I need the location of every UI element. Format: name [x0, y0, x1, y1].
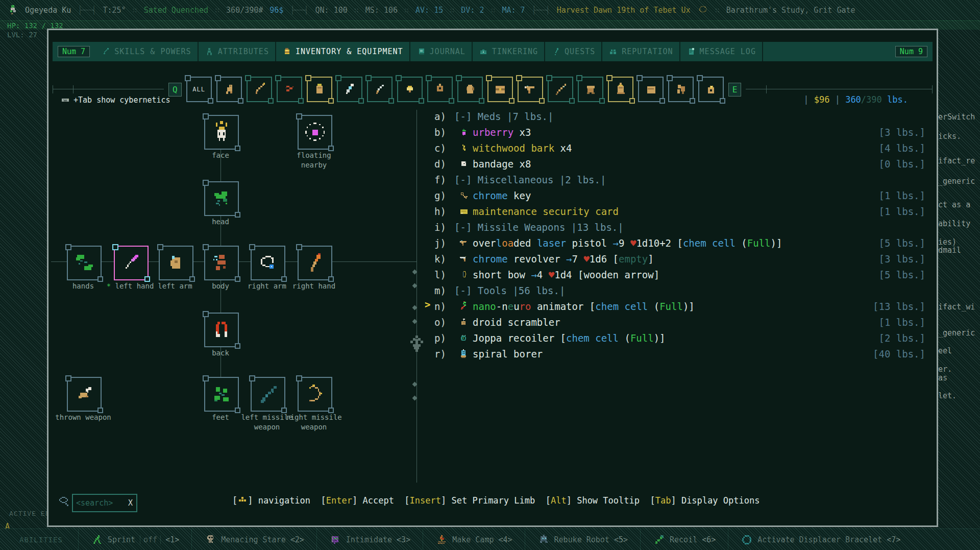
inventory-window: Num 7SKILLS & POWERSATTRIBUTESINVENTORY … — [47, 29, 938, 527]
inventory-item-row[interactable]: >n)nano-neuro animator [chem cell (Full)… — [434, 298, 925, 314]
tab-attributes[interactable]: ATTRIBUTES — [199, 42, 276, 61]
tab-journal[interactable]: JOURNAL — [410, 42, 473, 61]
status-segment: Barathrum's Study, Grit Gate — [726, 6, 855, 15]
tab-quests[interactable]: QUESTS — [545, 42, 602, 61]
ability-button[interactable]: Intimidate<3> — [316, 529, 423, 550]
status-segment: ├──┤ — [78, 6, 96, 15]
filter-prev-key: Q — [168, 83, 182, 97]
filter-category-syringe-icon[interactable] — [337, 77, 362, 102]
tab-reputation[interactable]: REPUTATION — [602, 42, 680, 61]
ability-button[interactable]: Activate Displacer Bracelet<7> — [728, 529, 913, 550]
pistol-icon — [523, 82, 538, 97]
inventory-section-header[interactable]: f)[-] Miscellaneous |2 lbs.| — [434, 172, 925, 187]
filter-all-label: ALL — [192, 86, 205, 93]
equipment-slot-left-arm[interactable] — [159, 246, 193, 280]
equipment-slot-right-missile-weapon[interactable] — [298, 377, 332, 412]
help-segment: ] navigation — [248, 495, 321, 506]
inventory-item-row[interactable]: d)bandage x8[0 lbs.] — [434, 156, 925, 172]
ability-button[interactable]: Rebuke Robot<5> — [525, 529, 640, 550]
bone-icon — [73, 383, 95, 405]
ability-button[interactable]: Menacing Stare<2> — [191, 529, 316, 550]
equipment-slot-face[interactable] — [204, 115, 239, 150]
inventory-item-row[interactable]: b)urberry x3[3 lbs.] — [434, 124, 925, 140]
tab-tinkering[interactable]: TINKERING — [473, 42, 545, 61]
item-name-segment: chrome — [473, 190, 508, 201]
item-letter: n) — [434, 301, 453, 312]
inventory-item-row[interactable]: r)spiral borer[40 lbs.] — [434, 346, 925, 362]
help-segment: [ — [232, 495, 237, 506]
filter-category-rifle-icon[interactable] — [548, 77, 573, 102]
status-bar: Ogeyeda Ku├──┤T:25°∷Sated Quenched∷360/3… — [0, 0, 980, 20]
equipment-slot-body[interactable] — [204, 246, 239, 280]
filter-category-amulet-icon[interactable] — [427, 77, 453, 102]
equipment-slot-back[interactable] — [204, 313, 239, 347]
slot-label-text: hands — [72, 282, 94, 290]
filter-category-chest-icon[interactable] — [487, 77, 513, 102]
filter-category-armor-cat-icon[interactable] — [578, 77, 603, 102]
filter-category-jar-icon[interactable] — [307, 77, 332, 102]
equipment-slot-floating-nearby[interactable] — [298, 115, 332, 150]
filter-category-cloth-icon[interactable] — [668, 77, 694, 102]
item-letter: c) — [434, 142, 453, 154]
filter-category-ant-icon[interactable] — [277, 77, 302, 102]
item-name-segment: laser — [537, 237, 566, 249]
equipment-slot-right-arm[interactable] — [251, 246, 285, 280]
ability-button[interactable]: Make Camp<4> — [423, 529, 524, 550]
ability-button[interactable]: Recoil<6> — [640, 529, 728, 550]
tab-message-log[interactable]: MESSAGE LOG — [680, 42, 763, 61]
ability-hotkey: <4> — [498, 535, 512, 544]
item-name-segment: chem cell — [683, 237, 736, 249]
recoil-icon — [653, 534, 665, 546]
ability-button[interactable]: Sprintoff<1> — [78, 529, 191, 550]
equipment-slot-thrown-weapon[interactable] — [67, 377, 102, 412]
item-name-segment: revolver — [508, 253, 566, 265]
slot-label-floating-nearby: floating nearby — [286, 151, 342, 170]
help-segment: [ — [404, 495, 409, 506]
filter-category-knife-icon[interactable] — [367, 77, 393, 102]
moon-icon — [697, 5, 708, 16]
inventory-item-row[interactable]: g)chrome key[1 lbs.] — [434, 187, 925, 203]
borer-icon — [458, 349, 469, 359]
item-letter: f) — [434, 174, 453, 185]
inventory-item-row[interactable]: c)witchwood bark x4[4 lbs.] — [434, 140, 925, 156]
musket-icon — [257, 383, 279, 405]
inventory-section-header[interactable]: a)[-] Meds |7 lbs.| — [434, 108, 925, 124]
inventory-item-row[interactable]: l)short bow →4 ♥1d4 [wooden arrow][5 lbs… — [434, 267, 925, 282]
creature-icon — [222, 82, 237, 97]
inventory-item-row[interactable]: j)overloaded laser pistol →9 ♥1d10+2 [ch… — [434, 235, 925, 251]
filter-bar: QALLE — [53, 77, 933, 102]
filter-category-vase-icon[interactable] — [608, 77, 633, 102]
filter-category-card-cat-icon[interactable] — [638, 77, 664, 102]
keyboard-icon — [61, 95, 70, 105]
laser-pistol-icon — [458, 238, 469, 248]
equipment-slot-feet[interactable] — [204, 377, 239, 412]
filter-category-ring-icon[interactable] — [698, 77, 724, 102]
filter-category-jug-icon[interactable] — [457, 77, 483, 102]
tab-skills-powers[interactable]: SKILLS & POWERS — [95, 42, 198, 61]
filter-category-staff-icon[interactable] — [247, 77, 272, 102]
inventory-item-row[interactable]: k)chrome revolver →7 ♥1d6 [empty][3 lbs.… — [434, 251, 925, 267]
inventory-section-header[interactable]: m)[-] Tools |56 lbs.| — [434, 282, 925, 298]
search-clear-button[interactable]: X — [125, 498, 136, 508]
equipment-slot-left-missile-weapon[interactable] — [251, 377, 285, 412]
search-box[interactable]: X — [72, 494, 137, 512]
equipment-slot-hands[interactable] — [67, 246, 102, 280]
item-name-segment: 1d10+2 — [636, 237, 677, 249]
ability-bar-title: ABILITIES — [0, 529, 78, 550]
inventory-item-row[interactable]: o)droid scrambler[1 lbs.] — [434, 314, 925, 330]
equipment-slot-left-hand[interactable] — [114, 246, 149, 280]
filter-category-creature-icon[interactable] — [216, 77, 242, 102]
inventory-item-row[interactable]: h)maintenance security card[1 lbs.] — [434, 203, 925, 219]
ability-label: Menacing Stare — [221, 535, 285, 544]
filter-category-pistol-icon[interactable] — [518, 77, 543, 102]
equipment-slot-head[interactable] — [204, 181, 239, 216]
gem-icon — [402, 82, 418, 97]
inventory-section-header[interactable]: i)[-] Missile Weapons |13 lbs.| — [434, 219, 925, 235]
tab-inventory-equipment[interactable]: INVENTORY & EQUIPMENT — [276, 42, 410, 61]
filter-all-button[interactable]: ALL — [186, 77, 212, 102]
equipment-slot-right-hand[interactable] — [298, 246, 332, 280]
inventory-item-row[interactable]: p)Joppa recoiler [chem cell (Full)][2 lb… — [434, 330, 925, 346]
search-input[interactable] — [73, 498, 125, 508]
filter-category-gem-icon[interactable] — [397, 77, 423, 102]
help-segment: Enter — [326, 495, 352, 506]
